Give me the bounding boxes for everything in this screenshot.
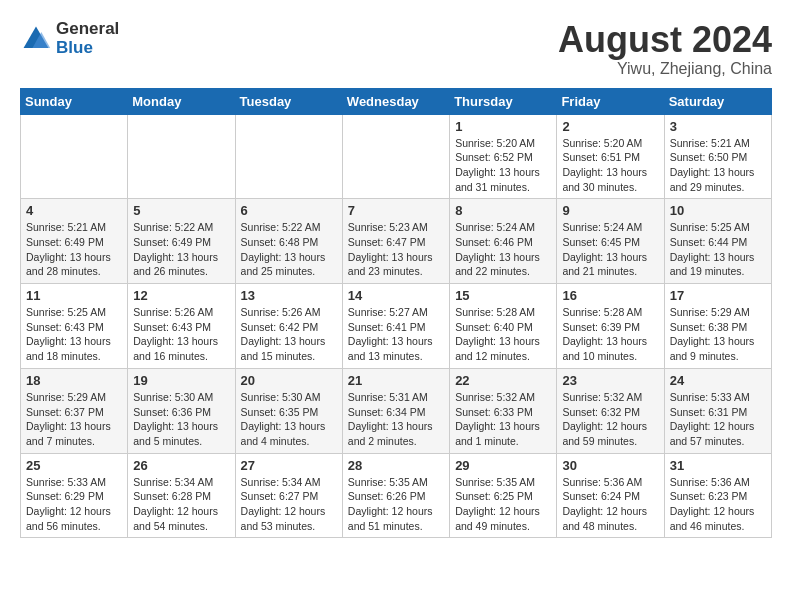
day-info: Sunrise: 5:31 AM Sunset: 6:34 PM Dayligh… <box>348 390 444 449</box>
day-info: Sunrise: 5:27 AM Sunset: 6:41 PM Dayligh… <box>348 305 444 364</box>
col-header-tuesday: Tuesday <box>235 88 342 114</box>
logo: General Blue <box>20 20 119 57</box>
calendar-cell: 6Sunrise: 5:22 AM Sunset: 6:48 PM Daylig… <box>235 199 342 284</box>
day-info: Sunrise: 5:36 AM Sunset: 6:24 PM Dayligh… <box>562 475 658 534</box>
day-number: 29 <box>455 458 551 473</box>
page-header: General Blue August 2024 Yiwu, Zhejiang,… <box>20 20 772 78</box>
calendar-cell: 3Sunrise: 5:21 AM Sunset: 6:50 PM Daylig… <box>664 114 771 199</box>
calendar-cell <box>342 114 449 199</box>
calendar-cell: 13Sunrise: 5:26 AM Sunset: 6:42 PM Dayli… <box>235 284 342 369</box>
calendar-week-0: 1Sunrise: 5:20 AM Sunset: 6:52 PM Daylig… <box>21 114 772 199</box>
location: Yiwu, Zhejiang, China <box>558 60 772 78</box>
day-number: 20 <box>241 373 337 388</box>
day-info: Sunrise: 5:25 AM Sunset: 6:43 PM Dayligh… <box>26 305 122 364</box>
calendar-cell: 19Sunrise: 5:30 AM Sunset: 6:36 PM Dayli… <box>128 368 235 453</box>
day-number: 13 <box>241 288 337 303</box>
day-info: Sunrise: 5:20 AM Sunset: 6:51 PM Dayligh… <box>562 136 658 195</box>
calendar-cell <box>128 114 235 199</box>
day-info: Sunrise: 5:29 AM Sunset: 6:37 PM Dayligh… <box>26 390 122 449</box>
day-number: 18 <box>26 373 122 388</box>
day-info: Sunrise: 5:28 AM Sunset: 6:40 PM Dayligh… <box>455 305 551 364</box>
day-number: 25 <box>26 458 122 473</box>
day-number: 21 <box>348 373 444 388</box>
day-number: 12 <box>133 288 229 303</box>
day-number: 16 <box>562 288 658 303</box>
day-number: 26 <box>133 458 229 473</box>
month-year: August 2024 <box>558 20 772 60</box>
day-info: Sunrise: 5:32 AM Sunset: 6:32 PM Dayligh… <box>562 390 658 449</box>
calendar-cell: 9Sunrise: 5:24 AM Sunset: 6:45 PM Daylig… <box>557 199 664 284</box>
calendar-cell: 21Sunrise: 5:31 AM Sunset: 6:34 PM Dayli… <box>342 368 449 453</box>
day-info: Sunrise: 5:36 AM Sunset: 6:23 PM Dayligh… <box>670 475 766 534</box>
calendar-cell: 16Sunrise: 5:28 AM Sunset: 6:39 PM Dayli… <box>557 284 664 369</box>
day-info: Sunrise: 5:34 AM Sunset: 6:28 PM Dayligh… <box>133 475 229 534</box>
day-info: Sunrise: 5:34 AM Sunset: 6:27 PM Dayligh… <box>241 475 337 534</box>
day-info: Sunrise: 5:21 AM Sunset: 6:49 PM Dayligh… <box>26 220 122 279</box>
day-info: Sunrise: 5:25 AM Sunset: 6:44 PM Dayligh… <box>670 220 766 279</box>
day-info: Sunrise: 5:21 AM Sunset: 6:50 PM Dayligh… <box>670 136 766 195</box>
calendar-cell: 25Sunrise: 5:33 AM Sunset: 6:29 PM Dayli… <box>21 453 128 538</box>
calendar-cell: 24Sunrise: 5:33 AM Sunset: 6:31 PM Dayli… <box>664 368 771 453</box>
day-info: Sunrise: 5:26 AM Sunset: 6:42 PM Dayligh… <box>241 305 337 364</box>
calendar-cell: 17Sunrise: 5:29 AM Sunset: 6:38 PM Dayli… <box>664 284 771 369</box>
day-number: 24 <box>670 373 766 388</box>
logo-text: General Blue <box>56 20 119 57</box>
calendar-header-row: SundayMondayTuesdayWednesdayThursdayFrid… <box>21 88 772 114</box>
day-number: 5 <box>133 203 229 218</box>
day-info: Sunrise: 5:23 AM Sunset: 6:47 PM Dayligh… <box>348 220 444 279</box>
calendar-cell: 29Sunrise: 5:35 AM Sunset: 6:25 PM Dayli… <box>450 453 557 538</box>
day-info: Sunrise: 5:30 AM Sunset: 6:36 PM Dayligh… <box>133 390 229 449</box>
calendar-week-1: 4Sunrise: 5:21 AM Sunset: 6:49 PM Daylig… <box>21 199 772 284</box>
calendar-cell: 5Sunrise: 5:22 AM Sunset: 6:49 PM Daylig… <box>128 199 235 284</box>
calendar-cell: 26Sunrise: 5:34 AM Sunset: 6:28 PM Dayli… <box>128 453 235 538</box>
calendar-cell: 7Sunrise: 5:23 AM Sunset: 6:47 PM Daylig… <box>342 199 449 284</box>
col-header-saturday: Saturday <box>664 88 771 114</box>
day-info: Sunrise: 5:33 AM Sunset: 6:31 PM Dayligh… <box>670 390 766 449</box>
day-info: Sunrise: 5:29 AM Sunset: 6:38 PM Dayligh… <box>670 305 766 364</box>
calendar-cell: 4Sunrise: 5:21 AM Sunset: 6:49 PM Daylig… <box>21 199 128 284</box>
calendar-cell: 8Sunrise: 5:24 AM Sunset: 6:46 PM Daylig… <box>450 199 557 284</box>
calendar-cell: 12Sunrise: 5:26 AM Sunset: 6:43 PM Dayli… <box>128 284 235 369</box>
col-header-thursday: Thursday <box>450 88 557 114</box>
calendar-cell: 28Sunrise: 5:35 AM Sunset: 6:26 PM Dayli… <box>342 453 449 538</box>
calendar-cell: 18Sunrise: 5:29 AM Sunset: 6:37 PM Dayli… <box>21 368 128 453</box>
col-header-sunday: Sunday <box>21 88 128 114</box>
calendar-week-4: 25Sunrise: 5:33 AM Sunset: 6:29 PM Dayli… <box>21 453 772 538</box>
day-info: Sunrise: 5:22 AM Sunset: 6:49 PM Dayligh… <box>133 220 229 279</box>
day-info: Sunrise: 5:32 AM Sunset: 6:33 PM Dayligh… <box>455 390 551 449</box>
day-number: 3 <box>670 119 766 134</box>
day-number: 15 <box>455 288 551 303</box>
calendar-cell: 23Sunrise: 5:32 AM Sunset: 6:32 PM Dayli… <box>557 368 664 453</box>
day-info: Sunrise: 5:20 AM Sunset: 6:52 PM Dayligh… <box>455 136 551 195</box>
day-number: 9 <box>562 203 658 218</box>
day-info: Sunrise: 5:26 AM Sunset: 6:43 PM Dayligh… <box>133 305 229 364</box>
calendar-week-2: 11Sunrise: 5:25 AM Sunset: 6:43 PM Dayli… <box>21 284 772 369</box>
col-header-friday: Friday <box>557 88 664 114</box>
day-number: 30 <box>562 458 658 473</box>
title-block: August 2024 Yiwu, Zhejiang, China <box>558 20 772 78</box>
day-info: Sunrise: 5:35 AM Sunset: 6:25 PM Dayligh… <box>455 475 551 534</box>
calendar-cell: 2Sunrise: 5:20 AM Sunset: 6:51 PM Daylig… <box>557 114 664 199</box>
calendar-cell: 11Sunrise: 5:25 AM Sunset: 6:43 PM Dayli… <box>21 284 128 369</box>
col-header-wednesday: Wednesday <box>342 88 449 114</box>
day-info: Sunrise: 5:33 AM Sunset: 6:29 PM Dayligh… <box>26 475 122 534</box>
day-info: Sunrise: 5:35 AM Sunset: 6:26 PM Dayligh… <box>348 475 444 534</box>
day-info: Sunrise: 5:22 AM Sunset: 6:48 PM Dayligh… <box>241 220 337 279</box>
calendar-cell: 27Sunrise: 5:34 AM Sunset: 6:27 PM Dayli… <box>235 453 342 538</box>
day-info: Sunrise: 5:24 AM Sunset: 6:45 PM Dayligh… <box>562 220 658 279</box>
day-number: 4 <box>26 203 122 218</box>
day-number: 14 <box>348 288 444 303</box>
calendar-cell: 10Sunrise: 5:25 AM Sunset: 6:44 PM Dayli… <box>664 199 771 284</box>
day-info: Sunrise: 5:28 AM Sunset: 6:39 PM Dayligh… <box>562 305 658 364</box>
day-number: 10 <box>670 203 766 218</box>
day-number: 2 <box>562 119 658 134</box>
calendar-cell: 20Sunrise: 5:30 AM Sunset: 6:35 PM Dayli… <box>235 368 342 453</box>
day-number: 22 <box>455 373 551 388</box>
day-number: 19 <box>133 373 229 388</box>
calendar-cell <box>235 114 342 199</box>
day-number: 17 <box>670 288 766 303</box>
calendar-cell: 22Sunrise: 5:32 AM Sunset: 6:33 PM Dayli… <box>450 368 557 453</box>
day-number: 6 <box>241 203 337 218</box>
calendar-cell: 1Sunrise: 5:20 AM Sunset: 6:52 PM Daylig… <box>450 114 557 199</box>
calendar-table: SundayMondayTuesdayWednesdayThursdayFrid… <box>20 88 772 539</box>
